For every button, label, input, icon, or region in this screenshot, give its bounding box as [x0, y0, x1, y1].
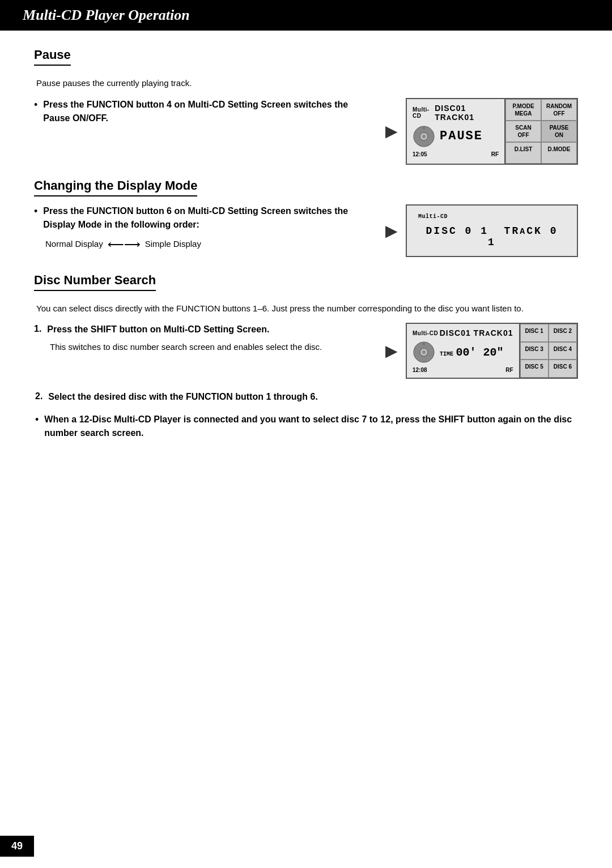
pause-lcd: Multi-CD DISC01 TRACK01 [406, 98, 578, 165]
pause-bullet-text: Press the FUNCTION button 4 on Multi-CD … [43, 98, 374, 125]
pause-lcd-main: Multi-CD DISC01 TRACK01 [406, 98, 505, 165]
disc-search-rf: RF [505, 367, 513, 373]
pause-big-text: PAUSE [440, 129, 483, 143]
pause-content-row: • Press the FUNCTION button 4 on Multi-C… [34, 98, 578, 165]
step1-number: 1. [34, 324, 41, 334]
disc-btn-1: DISC 1 [520, 324, 549, 342]
disc-bullet2-text: When a 12-Disc Multi-CD Player is connec… [44, 413, 578, 440]
flow-bidirectional-arrow: ⟵⟶ [108, 237, 141, 251]
disc-search-heading: Disc Number Search [34, 273, 156, 291]
pause-left: • Press the FUNCTION button 4 on Multi-C… [34, 98, 374, 131]
step1-text: Press the SHIFT button on Multi-CD Setti… [47, 323, 269, 336]
pause-desc: Pause pauses the currently playing track… [36, 77, 578, 90]
pause-btn-scan: SCANOFF [505, 121, 541, 142]
content-area: Pause Pause pauses the currently playing… [0, 48, 612, 490]
pause-btn-pause: PAUSEON [541, 121, 577, 142]
page-title: Multi-CD Player Operation [23, 7, 190, 23]
disc-search-time: 12:08 [413, 367, 427, 373]
arrow-right-icon: ▶ [385, 122, 398, 140]
display-mode-content-row: • Press the FUNCTION button 6 on Multi-C… [34, 204, 578, 257]
disc-btn-5: DISC 5 [520, 360, 549, 378]
disc-btn-4: DISC 4 [549, 342, 577, 360]
pause-lcd-track: DISC01 TRACK01 [435, 104, 499, 122]
display-mode-lcd-label: Multi-CD [418, 213, 566, 220]
display-mode-heading: Changing the Display Mode [34, 178, 197, 196]
display-mode-lcd: Multi-CD DISC 0 1 TRACK 0 1 [406, 204, 578, 257]
normal-display-label: Normal Display [45, 239, 103, 249]
pause-lcd-top: Multi-CD DISC01 TRACK01 [413, 104, 499, 122]
bullet-dot: • [34, 99, 37, 111]
disc-step1: 1. Press the SHIFT button on Multi-CD Se… [34, 323, 374, 336]
step1-sub: This switches to disc number search scre… [50, 341, 374, 354]
arrow-right-icon2: ▶ [385, 221, 398, 240]
bullet-dot3: • [35, 414, 39, 426]
svg-point-2 [422, 135, 426, 138]
pause-lcd-label: Multi-CD [413, 106, 435, 119]
disc-btn-3: DISC 3 [520, 342, 549, 360]
disc-search-lcd-top: Multi-CD DISC01 TRACK01 [413, 328, 513, 337]
bullet-dot2: • [34, 206, 37, 217]
arrow-right-icon3: ▶ [385, 341, 398, 360]
cd-icon2 [413, 341, 435, 364]
disc-step2: 2. Select the desired disc with the FUNC… [35, 390, 578, 404]
disc-search-track: DISC01 TRACK01 [440, 328, 513, 337]
page-number: 49 [0, 836, 34, 857]
cd-icon [413, 125, 435, 148]
step2-text: Select the desired disc with the FUNCTIO… [48, 390, 318, 404]
disc-search-section: Disc Number Search You can select discs … [34, 273, 578, 441]
disc-btn-2: DISC 2 [549, 324, 577, 342]
disc-bullet2: • When a 12-Disc Multi-CD Player is conn… [35, 413, 578, 440]
pause-btn-pmode: P.MODEMEGA [505, 99, 541, 121]
time-label: TIME [440, 351, 453, 357]
disc-search-desc: You can select discs directly with the F… [36, 302, 578, 315]
display-mode-bullet-text: Press the FUNCTION button 6 on Multi-CD … [43, 204, 374, 232]
pause-btn-dlist: D.LIST [505, 142, 541, 164]
display-mode-left: • Press the FUNCTION button 6 on Multi-C… [34, 204, 374, 251]
display-mode-section: Changing the Display Mode • Press the FU… [34, 178, 578, 257]
disc-step1-lcd-area: ▶ Multi-CD DISC01 TRACK01 [385, 323, 578, 379]
pause-lcd-area: ▶ Multi-CD DISC01 TRACK01 [385, 98, 578, 165]
pause-btn-random: RANDOMOFF [541, 99, 577, 121]
page-header: Multi-CD Player Operation [0, 0, 612, 31]
pause-time: 12:05 [413, 151, 427, 157]
disc-step1-row: 1. Press the SHIFT button on Multi-CD Se… [34, 323, 578, 379]
disc-search-buttons: DISC 1 DISC 2 DISC 3 DISC 4 DISC 5 DISC … [520, 323, 578, 379]
disc-search-lcd: Multi-CD DISC01 TRACK01 [406, 323, 578, 379]
svg-point-5 [422, 350, 426, 354]
time-value: 00' 20" [456, 346, 503, 359]
pause-btn-dmode: D.MODE [541, 142, 577, 164]
pause-rf-label: RF [491, 151, 499, 157]
simple-display-label: Simple Display [145, 239, 201, 249]
disc-btn-6: DISC 6 [549, 360, 577, 378]
step2-number: 2. [35, 391, 42, 401]
display-mode-lcd-content: DISC 0 1 TRACK 0 1 [418, 225, 566, 248]
display-flow: Normal Display ⟵⟶ Simple Display [45, 237, 374, 251]
pause-bullet: • Press the FUNCTION button 4 on Multi-C… [34, 98, 374, 125]
disc-search-lcd-label: Multi-CD [413, 330, 438, 336]
display-mode-lcd-area: ▶ Multi-CD DISC 0 1 TRACK 0 1 [385, 204, 578, 257]
disc-search-time-display: TIME 00' 20" [440, 346, 503, 359]
display-mode-bullet: • Press the FUNCTION button 6 on Multi-C… [34, 204, 374, 232]
disc-step1-left: 1. Press the SHIFT button on Multi-CD Se… [34, 323, 374, 361]
disc-search-lcd-main: Multi-CD DISC01 TRACK01 [406, 323, 520, 379]
pause-lcd-buttons: P.MODEMEGA RANDOMOFF SCANOFF PAUSEON D.L… [505, 98, 578, 165]
pause-heading: Pause [34, 48, 71, 66]
pause-section: Pause Pause pauses the currently playing… [34, 48, 578, 165]
